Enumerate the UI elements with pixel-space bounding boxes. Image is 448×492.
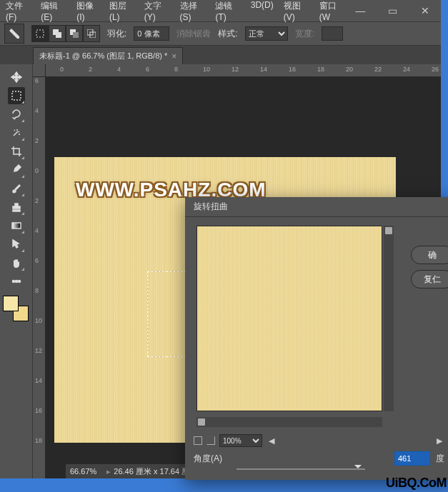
ruler-tick: 0: [60, 66, 64, 73]
menu-file[interactable]: 文件(F): [6, 0, 31, 22]
angle-input[interactable]: [394, 451, 430, 466]
selection-mode: [31, 25, 100, 42]
crop-tool-icon[interactable]: [8, 143, 25, 160]
fit-canvas-icon[interactable]: [206, 436, 215, 445]
close-tab-icon[interactable]: ×: [171, 51, 176, 61]
wand-tool-icon[interactable]: [8, 124, 25, 141]
lasso-tool-icon[interactable]: [8, 106, 25, 123]
ruler-tick: 12: [35, 347, 42, 354]
menu-image[interactable]: 图像(I): [76, 0, 99, 22]
menu-3d[interactable]: 3D(D): [251, 0, 274, 22]
style-label: 样式:: [218, 28, 237, 40]
svg-rect-0: [36, 30, 44, 37]
menu-view[interactable]: 视图(V): [284, 0, 309, 22]
zoom-out-icon[interactable]: ◀: [267, 436, 277, 446]
eyedropper-tool-icon[interactable]: [8, 161, 25, 179]
ok-button[interactable]: 确: [411, 246, 448, 264]
menu-layer[interactable]: 图层(L): [109, 0, 134, 22]
menu-edit[interactable]: 编辑(E): [41, 0, 66, 22]
document-tabs: 未标题-1 @ 66.7% (图层 1, RGB/8) * ×: [0, 46, 441, 64]
svg-point-9: [12, 281, 14, 283]
selection-subtract-icon[interactable]: [66, 25, 83, 42]
dialog-title[interactable]: 旋转扭曲: [185, 197, 448, 217]
ruler-tick: 24: [403, 66, 410, 73]
close-button[interactable]: ✕: [409, 0, 441, 21]
selection-intersect-icon[interactable]: [83, 25, 100, 42]
stamp-tool-icon[interactable]: [8, 199, 25, 216]
minimize-button[interactable]: —: [344, 0, 377, 21]
hand-tool-icon[interactable]: [8, 254, 25, 271]
svg-point-10: [15, 281, 17, 283]
ruler-tick: 20: [346, 66, 353, 73]
svg-rect-7: [12, 91, 21, 100]
angle-label: 角度(A): [194, 453, 222, 465]
slider-thumb-icon[interactable]: [354, 465, 362, 472]
ruler-tick: 22: [374, 66, 382, 73]
gradient-tool-icon[interactable]: [8, 217, 25, 234]
brush-tool-icon[interactable]: [8, 180, 25, 197]
svg-point-11: [18, 281, 20, 283]
preview-scroll-v[interactable]: [384, 226, 394, 411]
more-tools-icon[interactable]: [8, 273, 25, 290]
ruler-tick: 4: [35, 227, 39, 234]
move-tool-icon[interactable]: [8, 69, 25, 86]
marquee-selection[interactable]: [147, 271, 186, 357]
twirl-dialog: 旋转扭曲 100% ◀ ▶ 角度(A) 度 确 复仁: [185, 197, 448, 480]
horizontal-ruler[interactable]: 02468101214161820222426: [46, 64, 441, 77]
foreground-color-swatch[interactable]: [3, 296, 19, 311]
current-tool-icon[interactable]: [4, 24, 24, 44]
degree-label: 度: [436, 453, 444, 465]
ruler-tick: 2: [89, 66, 92, 73]
menu-window[interactable]: 窗口(W: [319, 0, 344, 22]
preview-zoom-select[interactable]: 100%: [219, 434, 262, 447]
ruler-tick: 6: [35, 257, 39, 264]
fit-window-icon[interactable]: [194, 436, 202, 445]
document-tab[interactable]: 未标题-1 @ 66.7% (图层 1, RGB/8) * ×: [33, 47, 183, 64]
feather-input[interactable]: [134, 26, 169, 41]
ruler-tick: 2: [35, 197, 39, 204]
style-select[interactable]: 正常: [245, 26, 288, 41]
ruler-tick: 18: [35, 437, 42, 444]
ruler-tick: 16: [289, 66, 296, 73]
ruler-tick: 26: [432, 66, 439, 73]
maximize-button[interactable]: ▭: [377, 0, 409, 21]
document-tab-title: 未标题-1 @ 66.7% (图层 1, RGB/8) *: [39, 51, 167, 61]
ruler-corner: [33, 64, 46, 77]
ruler-tick: 6: [35, 77, 39, 84]
svg-rect-2: [56, 32, 61, 38]
vertical-ruler[interactable]: 642024681012141618: [33, 77, 46, 478]
zoom-in-icon[interactable]: ▶: [434, 436, 444, 446]
ruler-tick: 14: [35, 377, 42, 384]
menu-items: 文件(F) 编辑(E) 图像(I) 图层(L) 文字(Y) 选择(S) 滤镜(T…: [0, 0, 344, 22]
menu-type[interactable]: 文字(Y): [144, 0, 170, 22]
selection-new-icon[interactable]: [31, 25, 49, 42]
ruler-tick: 8: [35, 287, 39, 294]
status-zoom[interactable]: 66.67%: [70, 467, 96, 476]
ruler-tick: 6: [146, 66, 149, 73]
menu-select[interactable]: 选择(S): [180, 0, 206, 22]
tools-panel: [0, 64, 33, 478]
ruler-tick: 18: [317, 66, 324, 73]
ruler-tick: 8: [174, 66, 178, 73]
antialias-label: 消除锯齿: [176, 28, 211, 40]
preview-scroll-h[interactable]: [196, 417, 382, 427]
path-select-icon[interactable]: [8, 236, 25, 253]
width-input[interactable]: [322, 26, 343, 41]
options-bar: 羽化: 消除锯齿 样式: 正常 宽度:: [0, 21, 441, 46]
ruler-tick: 10: [35, 317, 42, 324]
site-watermark: UiBQ.CoM: [386, 476, 447, 491]
ruler-tick: 0: [35, 167, 39, 174]
svg-rect-8: [12, 223, 21, 229]
filter-preview[interactable]: [196, 226, 382, 411]
svg-rect-4: [73, 32, 79, 38]
marquee-tool-icon[interactable]: [8, 87, 25, 104]
angle-slider[interactable]: [237, 468, 365, 470]
selection-add-icon[interactable]: [49, 25, 66, 42]
ruler-tick: 4: [117, 66, 121, 73]
feather-label: 羽化:: [107, 28, 126, 40]
window-controls: — ▭ ✕: [344, 0, 441, 21]
cancel-button[interactable]: 复仁: [411, 270, 448, 288]
menu-filter[interactable]: 滤镜(T): [215, 0, 240, 22]
color-swatches[interactable]: [3, 296, 29, 321]
width-label: 宽度:: [295, 28, 314, 40]
